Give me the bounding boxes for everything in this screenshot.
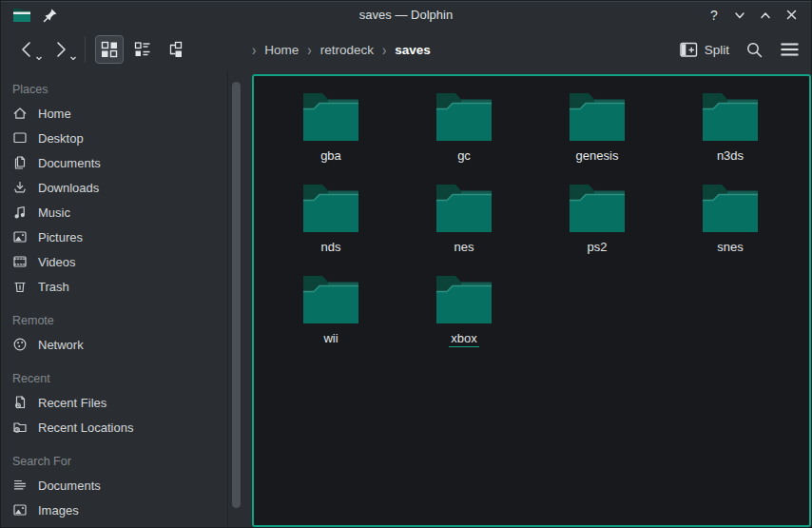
split-button-label: Split (705, 43, 729, 57)
folder-icon (568, 184, 627, 233)
details-view-button[interactable] (128, 35, 157, 64)
home-icon (12, 106, 28, 121)
folder-icon (435, 275, 493, 324)
folder-item-ps2[interactable]: ps2 (531, 181, 664, 272)
folder-label: wii (321, 331, 339, 347)
folder-item-gba[interactable]: gba (264, 89, 397, 181)
split-button[interactable]: Split (680, 42, 729, 58)
sidebar-item-label: Downloads (38, 181, 99, 195)
sidebar-item-label: Documents (38, 156, 101, 170)
folder-view[interactable]: gba gc genesis n3ds nds nes (252, 74, 811, 527)
sidebar-item-trash[interactable]: Trash (1, 274, 227, 299)
sidebar-item-label: Desktop (38, 131, 84, 146)
folder-icon (568, 92, 627, 142)
section-header-recent: Recent (12, 369, 227, 387)
icons-view-button[interactable] (95, 35, 124, 64)
split-view-icon (680, 42, 698, 58)
sidebar-item-search-audio[interactable]: Audio (1, 522, 227, 527)
pin-icon[interactable] (43, 8, 58, 23)
breadcrumb-item-home[interactable]: Home (264, 43, 299, 57)
folder-label: xbox (449, 331, 478, 347)
folder-item-nds[interactable]: nds (264, 181, 397, 272)
maximize-button[interactable] (757, 7, 774, 24)
image-icon (12, 229, 28, 244)
film-icon (12, 254, 28, 269)
sidebar-scrollbar[interactable] (232, 82, 241, 508)
folder-label: snes (715, 240, 744, 256)
folder-icon (435, 92, 493, 142)
section-header-remote: Remote (12, 311, 227, 329)
search-button[interactable] (745, 41, 764, 59)
sidebar-item-label: Recent Locations (38, 420, 133, 435)
sidebar-item-downloads[interactable]: Downloads (1, 175, 227, 200)
folder-label: n3ds (715, 148, 745, 165)
music-note-icon (12, 205, 28, 220)
section-header-places: Places (12, 80, 227, 98)
sidebar-item-label: Recent Files (38, 396, 106, 410)
back-button[interactable] (14, 37, 39, 62)
hamburger-menu-icon (780, 42, 800, 57)
folder-app-icon (12, 8, 31, 23)
breadcrumb-current[interactable]: saves (395, 43, 431, 57)
sidebar-item-label: Documents (38, 479, 101, 493)
toolbar-separator (85, 36, 86, 63)
sidebar-item-search-documents[interactable]: Documents (1, 473, 227, 498)
folder-icon (701, 184, 760, 233)
sidebar-item-documents[interactable]: Documents (1, 150, 227, 175)
folder-icon (301, 275, 360, 324)
breadcrumb-separator: › (307, 41, 311, 59)
recent-locations-icon (12, 420, 28, 435)
folder-item-gc[interactable]: gc (397, 89, 531, 181)
sidebar-item-label: Home (38, 107, 71, 121)
sidebar-item-label: Trash (38, 280, 69, 294)
folder-item-xbox[interactable]: xbox (397, 272, 531, 363)
document-icon (12, 155, 28, 170)
folder-item-wii[interactable]: wii (264, 272, 397, 363)
breadcrumb-item-retrodeck[interactable]: retrodeck (320, 43, 374, 57)
breadcrumb-root-chevron: › (252, 41, 256, 59)
sidebar-item-label: Videos (38, 255, 76, 269)
sidebar-item-pictures[interactable]: Pictures (1, 225, 227, 249)
titlebar: saves — Dolphin ? (1, 1, 811, 28)
folder-label: nes (453, 240, 476, 256)
folder-label: genesis (574, 148, 621, 165)
folder-item-nes[interactable]: nes (397, 181, 531, 272)
sidebar-item-recent-locations[interactable]: Recent Locations (1, 415, 227, 440)
sidebar-item-search-images[interactable]: Images (1, 498, 227, 522)
download-icon (12, 180, 28, 195)
desktop-icon (12, 130, 28, 146)
tree-view-button[interactable] (162, 35, 190, 64)
section-header-search-for: Search For (12, 452, 227, 470)
recent-files-icon (12, 395, 28, 410)
sidebar-item-home[interactable]: Home (1, 101, 227, 126)
network-icon (12, 337, 28, 352)
sidebar-item-label: Pictures (38, 230, 83, 244)
forward-button[interactable] (48, 37, 73, 62)
folder-label: nds (319, 240, 343, 256)
minimize-button[interactable] (731, 7, 748, 24)
window-title: saves — Dolphin (1, 8, 811, 22)
search-icon (745, 41, 764, 59)
close-button[interactable] (783, 7, 800, 24)
folder-item-n3ds[interactable]: n3ds (664, 89, 797, 181)
folder-icon (301, 92, 360, 142)
hamburger-menu-button[interactable] (780, 42, 800, 57)
trash-icon (12, 279, 28, 294)
sidebar-item-desktop[interactable]: Desktop (1, 126, 227, 150)
sidebar-item-recent-files[interactable]: Recent Files (1, 390, 227, 415)
folder-icon (435, 184, 493, 233)
folder-item-genesis[interactable]: genesis (531, 89, 664, 181)
folder-grid: gba gc genesis n3ds nds nes (254, 76, 809, 363)
folder-item-snes[interactable]: snes (664, 181, 797, 272)
sidebar-item-label: Music (38, 205, 70, 220)
places-panel: Places Home Desktop Documents Downloads … (1, 71, 228, 527)
folder-icon (701, 92, 760, 142)
image-icon (12, 502, 28, 518)
sidebar-item-videos[interactable]: Videos (1, 249, 227, 274)
sidebar-item-label: Images (38, 503, 79, 518)
sidebar-item-music[interactable]: Music (1, 200, 227, 225)
sidebar-item-network[interactable]: Network (1, 332, 227, 357)
help-button[interactable]: ? (706, 7, 723, 24)
folder-label: gba (319, 148, 343, 165)
sidebar-item-label: Network (38, 338, 84, 352)
